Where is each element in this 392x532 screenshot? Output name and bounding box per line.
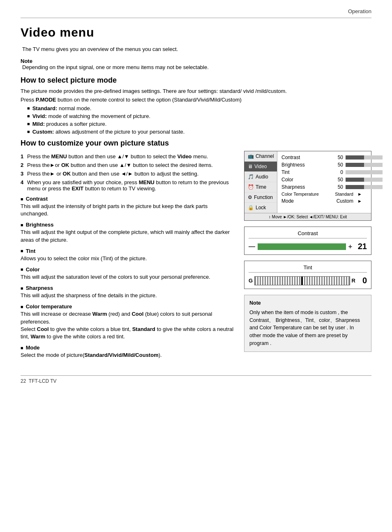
sub-color-temp-text2: Select Cool to give the white colors a b… (21, 326, 236, 340)
slider-plus-icon: + (348, 243, 352, 250)
note-text: Depending on the input signal, one or mo… (21, 64, 209, 70)
menu-footer: ↕ Move ►/OK: Select ◄/EXIT/ MENU: Exit (244, 213, 371, 220)
menu-sharpness-row: Sharpness 50 (281, 184, 383, 190)
intro-text: The TV menu gives you an overview of the… (21, 46, 371, 52)
note-box: Note Only when the item of mode is custo… (244, 295, 371, 352)
list-item: Custom: allows adjustment of the picture… (27, 129, 371, 135)
menu-content: Contrast 50 Brightness 50 (277, 151, 387, 213)
menu-ui-box: 📺 Channel 🖥 Video 🎵 Audio ⏰ (244, 151, 371, 221)
menu-color-row: Color 50 (281, 177, 383, 183)
sub-brightness: Brightness This will adjust the light ou… (21, 222, 236, 243)
sidebar-item-function[interactable]: ⚙ Function (244, 192, 277, 203)
colortemp-label: Color Temperature (281, 192, 331, 197)
step-3: 3 Press the► or OK button and then use ◄… (21, 171, 236, 177)
contrast-label: Contrast (281, 155, 331, 160)
slider-track[interactable] (258, 243, 346, 250)
slider-minus-icon: — (249, 243, 255, 250)
contrast-slider-value: 21 (355, 242, 367, 251)
sub-mode-text: Select the mode of picture(Standard/Vivi… (21, 352, 236, 359)
contrast-slider-box: Contrast — + 21 (244, 227, 371, 255)
sidebar-item-audio[interactable]: 🎵 Audio (244, 172, 277, 182)
sub-color-temp-text1: This will increase or decrease Warm (red… (21, 310, 236, 325)
section1-desc2: Press P.MODE button on the remote contro… (21, 97, 371, 103)
lock-icon: 🔒 (248, 205, 254, 210)
left-column: 1 Press the MENU button and then use ▲/▼… (21, 151, 236, 363)
contrast-bar-fill (346, 155, 364, 160)
tint-bar (346, 170, 383, 174)
sub-tint: Tint Allows you to select the color mix … (21, 248, 236, 262)
note-box-title: Note (249, 299, 366, 307)
note-block: Note Depending on the input signal, one … (21, 58, 371, 70)
tint-marker (301, 277, 303, 285)
note-box-text: Only when the item of mode is custom , t… (249, 309, 366, 347)
list-item: Mild: produces a softer picture. (27, 121, 371, 127)
sub-contrast: Contrast This will adjust the intensity … (21, 196, 236, 217)
tint-g-label: G (249, 278, 253, 284)
menu-mode-row: Mode Custom ► (281, 198, 383, 204)
color-value: 50 (331, 177, 343, 183)
tint-slider-title: Tint (249, 264, 367, 273)
step-1: 1 Press the MENU button and then use ▲/▼… (21, 153, 236, 160)
sidebar-item-lock[interactable]: 🔒 Lock (244, 203, 277, 213)
sub-color: Color This will adjust the saturation le… (21, 266, 236, 281)
color-label: Color (281, 177, 331, 183)
contrast-bar (346, 155, 383, 160)
contrast-slider-row: — + 21 (249, 242, 367, 251)
video-icon: 🖥 (248, 164, 253, 169)
sharpness-bar (346, 185, 383, 189)
tint-slider-box: Tint G R 0 (244, 261, 371, 289)
brightness-bar (346, 163, 383, 167)
function-label: Function (254, 194, 273, 200)
color-bar-fill (346, 178, 364, 182)
picture-mode-list: Standard: normal mode. Vivid: mode of wa… (27, 105, 371, 135)
sub-sharpness-title: Sharpness (21, 285, 236, 291)
mode-arrow: ► (357, 199, 362, 204)
bottom-bar: 22 TFT-LCD TV (21, 375, 371, 384)
sub-color-temp-title: Color temperature (21, 303, 236, 310)
contrast-slider-title: Contrast (249, 230, 367, 238)
sub-color-temp: Color temperature This will increase or … (21, 303, 236, 340)
note-label: Note (21, 58, 32, 64)
page-title: Video menu (21, 25, 371, 39)
sub-tint-text: Allows you to select the color mix (Tint… (21, 255, 236, 262)
function-icon: ⚙ (248, 194, 252, 200)
right-column: 📺 Channel 🖥 Video 🎵 Audio ⏰ (244, 151, 371, 363)
tint-value: 0 (331, 169, 343, 175)
audio-icon: 🎵 (248, 174, 254, 180)
menu-brightness-row: Brightness 50 (281, 162, 383, 168)
sub-color-text: This will adjust the saturation level of… (21, 273, 236, 281)
section2-title: How to customize your own picture status (21, 139, 371, 148)
mode-value: Custom (331, 198, 353, 204)
sidebar-item-channel[interactable]: 📺 Channel (244, 151, 277, 162)
time-label: Time (256, 184, 266, 190)
tint-track[interactable] (254, 276, 350, 285)
section-label: Operation (348, 8, 371, 14)
contrast-value: 50 (331, 155, 343, 160)
menu-sidebar: 📺 Channel 🖥 Video 🎵 Audio ⏰ (244, 151, 277, 213)
audio-label: Audio (256, 174, 268, 180)
tint-slider-row: G R 0 (249, 276, 367, 285)
sharpness-bar-fill (346, 185, 364, 189)
menu-row: 📺 Channel 🖥 Video 🎵 Audio ⏰ (244, 151, 371, 213)
menu-tint-row: Tint 0 (281, 169, 383, 175)
color-bar (346, 178, 383, 182)
sharpness-label: Sharpness (281, 184, 331, 190)
list-item: Standard: normal mode. (27, 105, 371, 111)
content-area: 1 Press the MENU button and then use ▲/▼… (21, 151, 371, 363)
section1-title: How to select picture mode (21, 76, 371, 85)
sub-mode-title: Mode (21, 345, 236, 351)
footer-page: 22 TFT-LCD TV (21, 378, 57, 384)
sub-brightness-title: Brightness (21, 222, 236, 228)
colortemp-value: Standard (331, 192, 353, 197)
section1-desc1: The picture mode provides the pre-define… (21, 88, 371, 94)
lock-label: Lock (256, 205, 266, 210)
pmode-label: P.MODE (36, 97, 56, 103)
sub-tint-title: Tint (21, 248, 236, 254)
step-2: 2 Press the►or OK button and then use ▲/… (21, 162, 236, 168)
page: Operation Video menu The TV menu gives y… (0, 0, 392, 532)
sub-contrast-title: Contrast (21, 196, 236, 202)
top-bar: Operation (21, 8, 371, 18)
sidebar-item-video[interactable]: 🖥 Video (244, 162, 277, 172)
sidebar-item-time[interactable]: ⏰ Time (244, 182, 277, 192)
steps-list: 1 Press the MENU button and then use ▲/▼… (21, 153, 236, 192)
